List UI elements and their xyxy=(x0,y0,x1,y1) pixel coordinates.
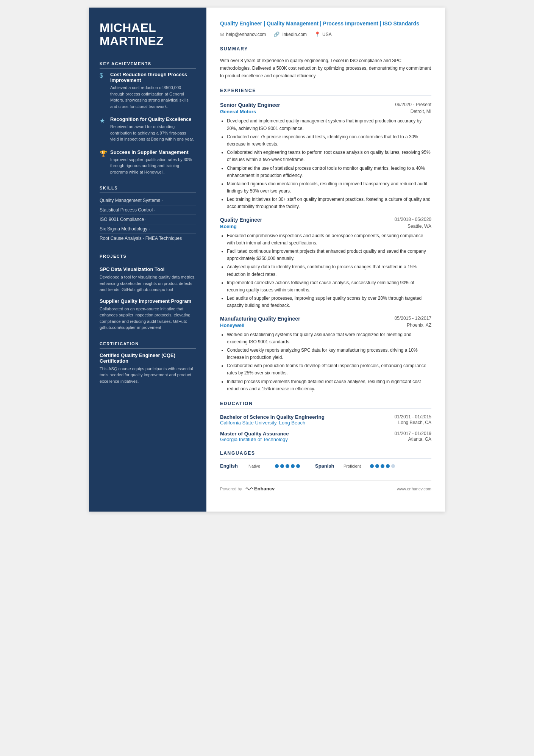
lang-dot xyxy=(291,464,295,468)
job-1-title: Senior Quality Engineer xyxy=(220,102,280,108)
footer-website: www.enhancv.com xyxy=(397,487,431,491)
lang-dot xyxy=(280,464,284,468)
brand-name: Enhancv xyxy=(254,486,275,491)
skill-item-3: ISO 9001 Compliance · xyxy=(100,215,196,224)
job-2-bullet-5: Led audits of supplier processes, improv… xyxy=(227,295,431,309)
lang-spanish-dots xyxy=(370,464,395,468)
job-1-company: General Motors xyxy=(220,109,256,114)
enhancv-logo-icon xyxy=(245,487,253,491)
achievement-desc-3: Improved supplier qualification rates by… xyxy=(110,157,196,175)
summary-section-title: SUMMARY xyxy=(220,46,431,54)
edu-2: Master of Quality Assurance 01/2017 - 01… xyxy=(220,431,431,442)
location-icon: 📍 xyxy=(314,31,320,37)
projects-title: PROJECTS xyxy=(100,254,196,261)
edu-1-degree: Bachelor of Science in Quality Engineeri… xyxy=(220,414,325,420)
job-3-bullet-3: Collaborated with production teams to de… xyxy=(227,362,431,377)
job-1-location: Detroit, MI xyxy=(411,109,431,114)
lang-dot xyxy=(381,464,384,468)
job-1-bullet-1: Developed and implemented quality manage… xyxy=(227,117,431,132)
certification-title: CERTIFICATION xyxy=(100,341,196,349)
job-1-bullets: Developed and implemented quality manage… xyxy=(220,117,431,210)
linkedin-value: linkedin.com xyxy=(281,32,307,37)
footer-left: Powered by Enhancv xyxy=(220,486,275,491)
achievement-desc-2: Received an award for outstanding contri… xyxy=(110,124,196,142)
job-1-bullet-5: Maintained rigorous documentation protoc… xyxy=(227,180,431,195)
job-1-bullet-3: Collaborated with engineering teams to p… xyxy=(227,149,431,163)
skills-list: Quality Management Systems · Statistical… xyxy=(100,196,196,243)
job-2-bullet-3: Analysed quality data to identify trends… xyxy=(227,263,431,278)
education-section-title: EDUCATION xyxy=(220,401,431,409)
edu-2-degree: Master of Quality Assurance xyxy=(220,431,289,437)
edu-1-location: Long Beach, CA xyxy=(398,420,431,426)
achievement-item-2: ★ Recognition for Quality Excellence Rec… xyxy=(100,116,196,142)
project-desc-2: Collaborated on an open-source initiativ… xyxy=(100,306,196,331)
achievement-title-3: Success in Supplier Management xyxy=(110,149,196,155)
job-1-date: 06/2020 - Present xyxy=(395,102,431,107)
key-achievements-list: $ Cost Reduction through Process Improve… xyxy=(100,72,196,175)
skill-item-5: Root Cause Analysis · FMEA Techniques xyxy=(100,234,196,243)
projects-list: SPC Data Visualization Tool Developed a … xyxy=(100,266,196,331)
edu-1: Bachelor of Science in Quality Engineeri… xyxy=(220,414,431,426)
lang-dot xyxy=(296,464,300,468)
summary-text: With over 8 years of experience in quali… xyxy=(220,57,431,80)
edu-1-date: 01/2011 - 01/2015 xyxy=(395,414,431,420)
lang-english-name: English xyxy=(220,463,245,469)
edu-1-school: California State University, Long Beach xyxy=(220,420,305,426)
sidebar: MICHAEL MARTINEZ KEY ACHIEVEMENTS $ Cost… xyxy=(89,8,206,512)
achievement-desc-1: Achieved a cost reduction of $500,000 th… xyxy=(110,85,196,110)
job-3-date: 05/2015 - 12/2017 xyxy=(395,316,431,321)
email-icon: ✉ xyxy=(220,31,224,37)
dollar-icon: $ xyxy=(100,72,106,79)
lang-dot xyxy=(370,464,374,468)
job-3-bullet-1: Worked on establishing systems for quali… xyxy=(227,331,431,346)
job-3-bullet-4: Initiated process improvements through d… xyxy=(227,378,431,393)
enhancv-logo: Enhancv xyxy=(245,486,275,491)
main-header-title: Quality Engineer | Quality Management | … xyxy=(220,20,431,28)
experience-section-title: EXPERIENCE xyxy=(220,88,431,96)
edu-2-school: Georgia Institute of Technology xyxy=(220,437,288,442)
project-title-1: SPC Data Visualization Tool xyxy=(100,266,196,272)
contact-row: ✉ help@enhancv.com 🔗 linkedin.com 📍 USA xyxy=(220,31,431,37)
lang-english-level: Native xyxy=(248,464,271,468)
edu-2-date: 01/2017 - 01/2019 xyxy=(395,431,431,437)
certification-list: Certified Quality Engineer (CQE) Certifi… xyxy=(100,352,196,385)
job-2-bullets: Executed comprehensive inspections and a… xyxy=(220,232,431,310)
job-3: Manufacturing Quality Engineer 05/2015 -… xyxy=(220,316,431,393)
skill-item-1: Quality Management Systems · xyxy=(100,196,196,205)
job-1-bullet-4: Championed the use of statistical proces… xyxy=(227,165,431,179)
lang-spanish: Spanish Proficient xyxy=(315,463,395,469)
job-2: Quality Engineer 01/2018 - 05/2020 Boein… xyxy=(220,217,431,310)
achievement-item-3: 🏆 Success in Supplier Management Improve… xyxy=(100,149,196,175)
linkedin-icon: 🔗 xyxy=(273,31,279,37)
skill-item-4: Six Sigma Methodology · xyxy=(100,224,196,234)
job-1-bullet-2: Conducted over 75 precise inspections an… xyxy=(227,133,431,148)
candidate-name: MICHAEL MARTINEZ xyxy=(100,21,196,48)
project-desc-1: Developed a tool for visualizing quality… xyxy=(100,274,196,293)
lang-spanish-level: Proficient xyxy=(344,464,366,468)
lang-dot xyxy=(391,464,395,468)
email-value: help@enhancv.com xyxy=(226,32,266,37)
job-1-bullet-6: Led training initiatives for 30+ staff o… xyxy=(227,196,431,210)
job-2-title: Quality Engineer xyxy=(220,217,262,223)
lang-english-dots xyxy=(275,464,300,468)
job-2-bullet-2: Facilitated continuous improvement proje… xyxy=(227,248,431,262)
star-icon: ★ xyxy=(100,117,106,124)
edu-2-location: Atlanta, GA xyxy=(408,437,431,442)
lang-dot xyxy=(386,464,390,468)
job-2-location: Seattle, WA xyxy=(408,224,431,229)
job-3-title: Manufacturing Quality Engineer xyxy=(220,316,300,322)
languages-row: English Native Spanish Proficient xyxy=(220,463,431,469)
footer: Powered by Enhancv www.enhancv.com xyxy=(220,480,431,491)
job-3-bullet-2: Conducted weekly reports analyzing SPC d… xyxy=(227,347,431,361)
achievement-title-1: Cost Reduction through Process Improveme… xyxy=(110,72,196,83)
key-achievements-title: KEY ACHIEVEMENTS xyxy=(100,61,196,69)
contact-location: 📍 USA xyxy=(314,31,332,37)
achievement-title-2: Recognition for Quality Excellence xyxy=(110,116,196,122)
main-content: Quality Engineer | Quality Management | … xyxy=(206,8,445,512)
achievement-item-1: $ Cost Reduction through Process Improve… xyxy=(100,72,196,110)
lang-spanish-name: Spanish xyxy=(315,463,340,469)
job-3-company: Honeywell xyxy=(220,322,244,328)
lang-dot xyxy=(275,464,279,468)
skill-item-2: Statistical Process Control · xyxy=(100,205,196,215)
job-2-bullet-1: Executed comprehensive inspections and a… xyxy=(227,232,431,247)
